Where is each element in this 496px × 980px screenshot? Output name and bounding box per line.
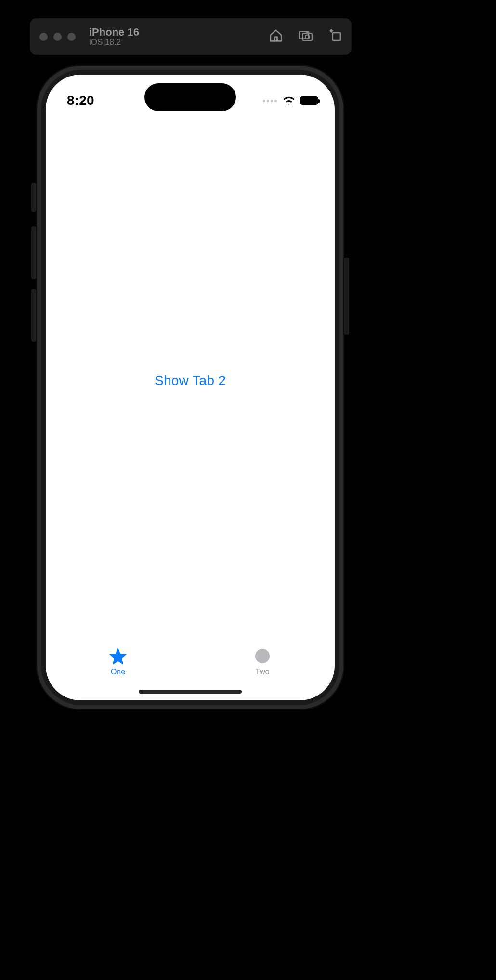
side-button-action: [31, 183, 36, 212]
home-icon[interactable]: [269, 28, 283, 45]
simulator-device-name: iPhone 16: [89, 26, 139, 38]
window-traffic-lights: [39, 33, 76, 41]
svg-rect-3: [333, 33, 340, 40]
star-icon: [108, 646, 128, 666]
rotate-icon[interactable]: [328, 28, 343, 45]
device-frame: 8:20 Show Tab 2: [36, 65, 344, 710]
window-close-button[interactable]: [39, 33, 48, 41]
placeholder-circle-icon: [253, 646, 272, 666]
wifi-icon: [283, 96, 295, 105]
window-zoom-button[interactable]: [67, 33, 76, 41]
tab-two-label: Two: [255, 668, 269, 676]
side-button-volume-up: [31, 226, 36, 279]
simulator-device-info: iPhone 16 iOS 18.2: [89, 26, 139, 47]
show-tab-2-button[interactable]: Show Tab 2: [148, 369, 233, 392]
side-button-power: [344, 258, 349, 335]
status-time: 8:20: [67, 93, 94, 108]
screenshot-icon[interactable]: [299, 28, 313, 45]
tab-one[interactable]: One: [46, 644, 190, 687]
window-minimize-button[interactable]: [53, 33, 62, 41]
tab-two[interactable]: Two: [190, 644, 335, 687]
battery-icon: [300, 96, 318, 105]
device-screen: 8:20 Show Tab 2: [46, 75, 335, 700]
cellular-icon: [263, 100, 277, 102]
home-indicator[interactable]: [139, 690, 242, 694]
simulator-titlebar: iPhone 16 iOS 18.2: [30, 18, 352, 55]
main-content: Show Tab 2: [46, 118, 335, 644]
dynamic-island: [144, 83, 236, 111]
status-indicators: [263, 96, 318, 105]
side-button-volume-down: [31, 289, 36, 342]
tab-one-label: One: [111, 668, 125, 676]
simulator-os-version: iOS 18.2: [89, 38, 139, 47]
simulator-actions: [269, 28, 343, 45]
